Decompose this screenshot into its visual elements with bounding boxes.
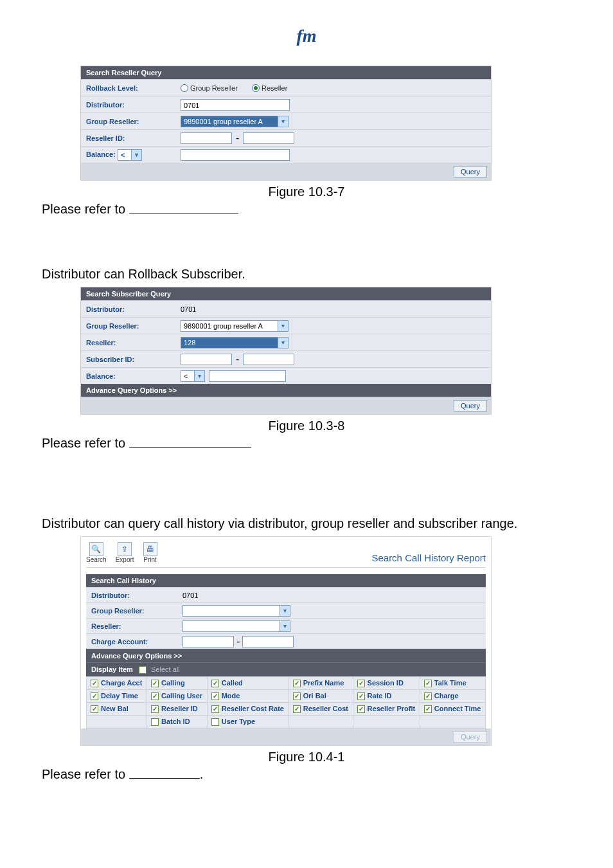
call-history-report: 🔍Search ⇪Export 🖶Print Search Call Histo… bbox=[80, 536, 492, 746]
dash: - bbox=[236, 354, 239, 365]
cb-reseller-profit[interactable]: Reseller Profit bbox=[353, 703, 420, 716]
cb-reseller-cost-rate[interactable]: Reseller Cost Rate bbox=[207, 703, 289, 716]
section-intro: Distributor can query call history via d… bbox=[42, 515, 571, 532]
distributor-label: Distributor: bbox=[81, 305, 181, 313]
group-reseller-select[interactable]: 9890001 group reseller A ▾ bbox=[181, 116, 289, 127]
cb-session-id[interactable]: Session ID bbox=[353, 677, 420, 690]
panel-header: Search Subscriber Query bbox=[81, 287, 491, 300]
reseller-label: Reseller: bbox=[81, 339, 181, 347]
chevron-down-icon: ▾ bbox=[131, 150, 141, 160]
search-subscriber-panel: Search Subscriber Query Distributor: 070… bbox=[80, 287, 492, 415]
chevron-down-icon: ▾ bbox=[278, 116, 288, 127]
export-icon: ⇪ bbox=[118, 542, 132, 556]
radio-label: Group Reseller bbox=[190, 84, 238, 92]
reseller-id-label: Reseller ID: bbox=[81, 134, 181, 142]
report-title: Search Call History Report bbox=[371, 552, 486, 563]
select-text: 9890001 group reseller A bbox=[181, 118, 278, 125]
select-all-checkbox[interactable] bbox=[139, 666, 147, 674]
balance-input[interactable] bbox=[209, 370, 286, 382]
cb-new-bal[interactable]: New Bal bbox=[87, 703, 147, 716]
balance-op-select[interactable]: < ▾ bbox=[181, 370, 205, 382]
panel-header: Search Reseller Query bbox=[81, 66, 491, 79]
advance-query-link[interactable]: Advance Query Options >> bbox=[86, 649, 486, 662]
reseller-select[interactable]: 128 ▾ bbox=[181, 337, 289, 348]
group-reseller-label: Group Reseller: bbox=[81, 322, 181, 330]
group-reseller-select[interactable]: 9890001 group reseller A ▾ bbox=[181, 320, 289, 332]
dash: - bbox=[236, 132, 239, 144]
select-text: 128 bbox=[181, 339, 278, 347]
group-reseller-label: Group Reseller: bbox=[86, 607, 182, 615]
reseller-id-from[interactable] bbox=[181, 132, 232, 144]
search-reseller-panel: Search Reseller Query Rollback Level: Gr… bbox=[80, 66, 492, 181]
chevron-down-icon: ▾ bbox=[278, 321, 288, 331]
subscriber-id-from[interactable] bbox=[181, 354, 232, 365]
select-all-label: Select all bbox=[151, 665, 180, 673]
refer-text: Please refer to bbox=[42, 201, 571, 217]
refer-text: Please refer to bbox=[42, 435, 571, 451]
chevron-down-icon: ▾ bbox=[280, 606, 290, 616]
cb-ori-bal[interactable]: Ori Bal bbox=[289, 690, 353, 703]
print-icon: 🖶 bbox=[143, 542, 157, 556]
cb-charge[interactable]: Charge bbox=[420, 690, 485, 703]
cb-reseller-id[interactable]: Reseller ID bbox=[147, 703, 207, 716]
rollback-level-label: Rollback Level: bbox=[81, 84, 181, 92]
toolbar-label: Export bbox=[116, 556, 134, 563]
figure-caption: Figure 10.4-1 bbox=[42, 750, 571, 764]
distributor-input[interactable]: 0701 bbox=[181, 99, 290, 111]
figure-caption: Figure 10.3-8 bbox=[42, 419, 571, 433]
subscriber-id-to[interactable] bbox=[243, 354, 294, 365]
search-icon: 🔍 bbox=[89, 542, 103, 556]
select-text: 9890001 group reseller A bbox=[181, 322, 278, 330]
toolbar-search[interactable]: 🔍Search bbox=[86, 542, 107, 563]
reseller-radio[interactable]: Reseller bbox=[252, 84, 287, 92]
radio-label: Reseller bbox=[262, 84, 287, 92]
group-reseller-radio[interactable]: Group Reseller bbox=[181, 84, 238, 92]
reseller-id-to[interactable] bbox=[243, 132, 294, 144]
query-button[interactable]: Query bbox=[454, 166, 487, 177]
toolbar-label: Print bbox=[143, 556, 157, 563]
dash: - bbox=[236, 636, 240, 647]
advance-query-link[interactable]: Advance Query Options >> bbox=[81, 384, 491, 397]
section-intro: Distributor can Rollback Subscriber. bbox=[42, 266, 571, 283]
balance-op-select[interactable]: < ▾ bbox=[118, 149, 142, 161]
figure-caption: Figure 10.3-7 bbox=[42, 185, 571, 199]
cb-connect-time[interactable]: Connect Time bbox=[420, 703, 485, 716]
balance-label: Balance: < ▾ bbox=[81, 149, 181, 161]
cb-called[interactable]: Called bbox=[207, 677, 289, 690]
toolbar-export[interactable]: ⇪Export bbox=[116, 542, 134, 563]
chevron-down-icon: ▾ bbox=[194, 371, 204, 381]
toolbar-print[interactable]: 🖶Print bbox=[143, 542, 157, 563]
reseller-label: Reseller: bbox=[86, 622, 182, 630]
select-text: < bbox=[118, 151, 131, 159]
cb-calling[interactable]: Calling bbox=[147, 677, 207, 690]
cb-rate-id[interactable]: Rate ID bbox=[353, 690, 420, 703]
cb-delay-time[interactable]: Delay Time bbox=[87, 690, 147, 703]
query-button[interactable]: Query bbox=[454, 400, 487, 411]
search-history-header: Search Call History bbox=[86, 574, 486, 587]
query-button[interactable]: Query bbox=[454, 731, 487, 743]
group-reseller-select[interactable]: ▾ bbox=[182, 605, 290, 617]
toolbar-label: Search bbox=[86, 556, 107, 563]
reseller-select[interactable]: ▾ bbox=[182, 620, 290, 632]
cb-reseller-cost[interactable]: Reseller Cost bbox=[289, 703, 353, 716]
distributor-value: 0701 bbox=[181, 304, 491, 314]
charge-acct-to[interactable] bbox=[242, 636, 294, 647]
cb-batch-id[interactable]: Batch ID bbox=[147, 716, 207, 728]
balance-label: Balance: bbox=[81, 372, 181, 380]
chevron-down-icon: ▾ bbox=[280, 621, 290, 631]
cb-prefix-name[interactable]: Prefix Name bbox=[289, 677, 353, 690]
cb-mode[interactable]: Mode bbox=[207, 690, 289, 703]
charge-acct-from[interactable] bbox=[182, 636, 234, 647]
cb-user-type[interactable]: User Type bbox=[207, 716, 289, 728]
refer-text: Please refer to . bbox=[42, 766, 571, 782]
balance-input[interactable] bbox=[181, 149, 290, 161]
charge-account-label: Charge Account: bbox=[86, 638, 182, 646]
cb-calling-user[interactable]: Calling User bbox=[147, 690, 207, 703]
select-text: < bbox=[181, 372, 194, 380]
cb-talk-time[interactable]: Talk Time bbox=[420, 677, 485, 690]
cb-charge-acct[interactable]: Charge Acct bbox=[87, 677, 147, 690]
chevron-down-icon: ▾ bbox=[278, 338, 288, 348]
display-item-row: Display Item Select all bbox=[86, 662, 486, 676]
distributor-label: Distributor: bbox=[81, 101, 181, 109]
subscriber-id-label: Subscriber ID: bbox=[81, 356, 181, 363]
